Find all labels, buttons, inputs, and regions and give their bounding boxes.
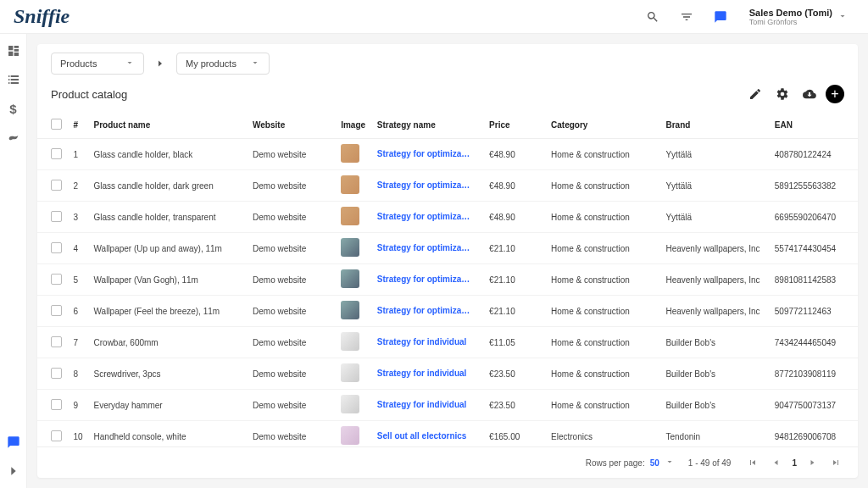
cell-category: Electronics [546,421,660,447]
strategy-link[interactable]: Strategy for optimizabl... [377,212,475,221]
cell-number: 3 [68,202,88,233]
cell-name: Screwdriver, 3pcs [89,358,248,390]
breadcrumb-select-1[interactable]: Products [51,53,144,75]
product-thumbnail[interactable] [341,426,359,445]
add-icon[interactable]: + [826,85,844,103]
col-image[interactable]: Image [336,112,372,139]
cell-ean: 408780122424 [770,139,858,170]
chat-icon[interactable] [709,5,732,29]
table-row[interactable]: 6 Wallpaper (Feel the breeze), 11m Demo … [37,296,858,327]
row-checkbox[interactable] [51,180,62,191]
col-ean[interactable]: EAN [770,112,858,139]
cell-ean: 7434244465049 [770,327,858,358]
cell-name: Glass candle holder, transparent [89,202,248,233]
chevron-down-icon [665,457,675,469]
table-row[interactable]: 4 Wallpaper (Up up and away), 11m Demo w… [37,233,858,264]
cell-brand: Tendonin [660,421,769,447]
product-thumbnail[interactable] [341,395,359,413]
cell-number: 1 [68,139,88,170]
select-all-checkbox[interactable] [51,119,62,130]
settings-icon[interactable] [771,83,793,105]
nav-pricing[interactable]: $ [3,98,24,119]
table-row[interactable]: 2 Glass candle holder, dark green Demo w… [37,170,858,202]
page-last[interactable] [827,454,844,471]
row-checkbox[interactable] [51,211,62,222]
strategy-link[interactable]: Strategy for optimizabl... [377,306,475,315]
table-row[interactable]: 3 Glass candle holder, transparent Demo … [37,202,858,233]
cell-ean: 9047750073137 [770,390,858,421]
strategy-link[interactable]: Strategy for individual [377,337,467,347]
col-number[interactable]: # [68,112,88,139]
filter-icon[interactable] [675,5,698,29]
strategy-link[interactable]: Strategy for optimizabl... [377,243,475,252]
nav-dashboard[interactable] [3,41,24,61]
cell-website: Demo website [248,264,336,296]
page-next[interactable] [804,454,821,471]
cell-brand: Yyttälä [660,170,769,202]
row-range: 1 - 49 of 49 [688,458,732,468]
col-name[interactable]: Product name [89,112,248,139]
user-menu[interactable]: Sales Demo (Tomi) Tomi Grönfors [743,8,854,26]
table-row[interactable]: 8 Screwdriver, 3pcs Demo website Strateg… [37,358,858,390]
row-checkbox[interactable] [51,274,62,285]
page-prev[interactable] [768,454,785,471]
cell-website: Demo website [248,233,336,264]
download-icon[interactable] [798,83,821,105]
col-category[interactable]: Category [546,112,660,139]
table-row[interactable]: 10 Handheld console, white Demo website … [37,421,858,447]
cell-price: €23.50 [484,390,546,421]
row-checkbox[interactable] [51,430,62,441]
nav-feedback[interactable] [3,432,24,452]
cell-website: Demo website [248,202,336,233]
table-row[interactable]: 7 Crowbar, 600mm Demo website Strategy f… [37,327,858,358]
cell-name: Everyday hammer [89,390,248,421]
breadcrumb-next[interactable] [151,54,170,73]
product-thumbnail[interactable] [341,175,359,194]
nav-products[interactable] [3,69,24,90]
strategy-link[interactable]: Strategy for optimizabl... [377,274,475,284]
rows-per-page[interactable]: Rows per page: 50 [586,457,675,469]
nav-expand[interactable] [3,461,24,481]
table-row[interactable]: 5 Wallpaper (Van Gogh), 11m Demo website… [37,264,858,296]
product-thumbnail[interactable] [341,144,359,163]
row-checkbox[interactable] [51,399,62,410]
breadcrumb-select-2[interactable]: My products [176,53,270,75]
col-brand[interactable]: Brand [660,112,769,139]
col-strategy[interactable]: Strategy name [372,112,484,139]
col-website[interactable]: Website [248,112,336,139]
cell-number: 2 [68,170,88,202]
strategy-link[interactable]: Strategy for individual [377,400,467,409]
row-checkbox[interactable] [51,242,62,253]
strategy-link[interactable]: Strategy for individual [377,369,467,378]
chevron-down-icon [125,58,135,69]
search-icon[interactable] [641,5,665,29]
row-checkbox[interactable] [51,148,62,159]
col-price[interactable]: Price [484,112,546,139]
strategy-link[interactable]: Strategy for optimizabl... [377,149,475,158]
cell-name: Handheld console, white [89,421,248,447]
edit-icon[interactable] [744,83,766,105]
strategy-link[interactable]: Strategy for optimizabl... [377,180,475,190]
nav-wildlife[interactable] [3,127,24,147]
product-thumbnail[interactable] [341,238,359,257]
page-first[interactable] [744,454,761,471]
strategy-link[interactable]: Sell out all electornics [377,431,467,441]
cell-brand: Builder Bob's [660,390,769,421]
account-name: Sales Demo (Tomi) [749,8,832,18]
product-thumbnail[interactable] [341,207,359,225]
cell-price: €23.50 [484,358,546,390]
row-checkbox[interactable] [51,336,62,347]
cell-website: Demo website [248,327,336,358]
cell-number: 5 [68,264,88,296]
product-thumbnail[interactable] [341,269,359,288]
product-thumbnail[interactable] [341,332,359,351]
product-thumbnail[interactable] [341,301,359,319]
product-thumbnail[interactable] [341,363,359,382]
table-row[interactable]: 1 Glass candle holder, black Demo websit… [37,139,858,170]
cell-website: Demo website [248,358,336,390]
table-row[interactable]: 9 Everyday hammer Demo website Strategy … [37,390,858,421]
cell-website: Demo website [248,139,336,170]
row-checkbox[interactable] [51,305,62,316]
row-checkbox[interactable] [51,368,62,379]
cell-website: Demo website [248,421,336,447]
